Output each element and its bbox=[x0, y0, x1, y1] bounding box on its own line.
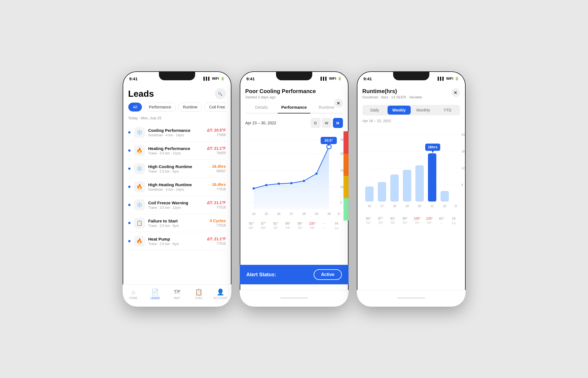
nav-label: JOBS bbox=[195, 297, 202, 300]
nav-item-map[interactable]: 🗺 MAP bbox=[166, 289, 188, 300]
lead-value: ΔT: 21.1°F 77018 bbox=[207, 200, 226, 209]
lead-name: High Heating Runtime bbox=[148, 182, 209, 187]
lead-sub: Goodman · 4 ton · 14yrs bbox=[148, 133, 204, 137]
lead-name: High Cooling Runtime bbox=[148, 164, 209, 169]
date-label: Today · Mon, July 25 bbox=[128, 116, 226, 120]
phone-performance: 9:41 ▌▌▌ WiFi 🔋 Poor Cooling Performance… bbox=[240, 71, 349, 307]
lead-icon: ❄️ bbox=[134, 199, 145, 210]
search-button[interactable]: 🔍 bbox=[215, 88, 226, 99]
close-button-3[interactable]: ✕ bbox=[451, 88, 460, 97]
svg-text:15: 15 bbox=[340, 169, 343, 172]
bottom-nav-3 bbox=[357, 290, 466, 307]
signal-icon-2: ▌▌▌ bbox=[321, 77, 328, 81]
bottom-nav: ⌂ HOME 📄 LEADS 🗺 MAP 📋 JOBS 👤 ACCOUNT bbox=[123, 284, 231, 307]
lead-icon: ❄️ bbox=[134, 127, 145, 138]
phone3-content: Runtime(hrs) Goodman · 8yrs · 14 SEER · … bbox=[357, 84, 466, 307]
time-tab-weekly[interactable]: Weekly bbox=[388, 106, 411, 115]
wifi-icon-3: WiFi bbox=[446, 77, 453, 81]
svg-text:19: 19 bbox=[405, 204, 408, 208]
lead-value: ΔT: 20.5°F 77809 bbox=[207, 128, 226, 137]
filter-tab-performance[interactable]: Performance bbox=[144, 103, 176, 112]
view-btn-m[interactable]: M bbox=[333, 118, 343, 128]
nav-item-home[interactable]: ⌂ HOME bbox=[123, 289, 144, 300]
nav-item-account[interactable]: 👤 ACCOUNT bbox=[210, 289, 231, 300]
lead-item[interactable]: ❄️ Cooling Performance Goodman · 4 ton ·… bbox=[128, 123, 226, 142]
lead-info: Heat Pump Trane · 2.5 ton · 6yrs bbox=[148, 237, 204, 246]
lead-item[interactable]: ❄️ High Cooling Runtime Trane · 2.5 ton … bbox=[128, 160, 226, 178]
view-buttons: D W M bbox=[311, 118, 343, 128]
nav-label: HOME bbox=[129, 297, 138, 300]
lead-dot bbox=[128, 131, 130, 134]
svg-text:27: 27 bbox=[289, 212, 293, 215]
nav-icon: 👤 bbox=[217, 289, 224, 296]
lead-dot bbox=[128, 240, 130, 242]
severity-green bbox=[343, 198, 349, 220]
nav-icon: 📄 bbox=[151, 289, 159, 296]
lead-item[interactable]: 📋 Failure to Start Trane · 2.5 ton · 6yr… bbox=[128, 214, 226, 232]
view-btn-d[interactable]: D bbox=[311, 118, 321, 128]
svg-text:5: 5 bbox=[340, 201, 342, 204]
alert-status-button[interactable]: Active bbox=[314, 269, 342, 280]
line-chart-svg: 24 20 15 10 5 bbox=[240, 131, 349, 220]
lead-value: ΔT: 21.1°F 76859 bbox=[207, 146, 226, 155]
svg-point-11 bbox=[253, 187, 255, 190]
close-button[interactable]: ✕ bbox=[334, 99, 343, 108]
bar-22 bbox=[441, 191, 449, 202]
signal-icon-3: ▌▌▌ bbox=[438, 77, 445, 81]
lead-item[interactable]: ❄️ Coil Freeze Warning Trane · 3.5 ton ·… bbox=[128, 196, 226, 214]
lead-value: 0 Cycles 77019 bbox=[210, 219, 226, 227]
bar-19 bbox=[403, 170, 411, 202]
svg-text:20: 20 bbox=[418, 204, 421, 208]
filter-tab-coilfreeze[interactable]: Coil Free bbox=[204, 103, 226, 112]
lead-name: Heat Pump bbox=[148, 237, 204, 241]
search-icon: 🔍 bbox=[218, 92, 222, 96]
runtime-title: Runtime(hrs) bbox=[362, 88, 422, 94]
svg-text:6: 6 bbox=[461, 183, 463, 186]
svg-text:30: 30 bbox=[327, 212, 330, 215]
svg-point-15 bbox=[303, 180, 305, 182]
lead-info: Failure to Start Trane · 2.5 ton · 6yrs bbox=[148, 219, 207, 228]
tab-details[interactable]: Details bbox=[245, 101, 278, 113]
alert-status-label: Alert Status: bbox=[246, 272, 276, 278]
lead-icon: ❄️ bbox=[134, 163, 145, 174]
time-tab-monthly[interactable]: Monthly bbox=[412, 106, 435, 115]
filter-tab-all[interactable]: All bbox=[128, 103, 142, 112]
lead-item[interactable]: 🔥 High Heating Runtime Goodman · 4 ton ·… bbox=[128, 178, 226, 196]
view-btn-w[interactable]: W bbox=[322, 118, 332, 128]
nav-item-leads[interactable]: 📄 LEADS bbox=[144, 289, 166, 300]
lead-metric: ΔT: 21.1°F bbox=[207, 237, 226, 241]
svg-point-16 bbox=[315, 173, 318, 175]
runtime-weather-hi: 90° 87° 92° 96° 100° 100° 82° Hi bbox=[362, 215, 460, 221]
lead-info: Heating Performance Trane · 3.5 ton · 12… bbox=[148, 146, 204, 155]
svg-text:29: 29 bbox=[314, 212, 318, 215]
svg-point-14 bbox=[290, 182, 292, 184]
nav-item-jobs[interactable]: 📋 JOBS bbox=[188, 289, 210, 300]
lead-info: High Cooling Runtime Trane · 2.5 ton · 6… bbox=[148, 164, 209, 173]
lead-icon: 🔥 bbox=[134, 181, 145, 192]
svg-text:22: 22 bbox=[443, 204, 446, 208]
lead-value: ΔT: 21.1°F 77019 bbox=[207, 237, 226, 246]
svg-text:16: 16 bbox=[367, 204, 371, 208]
lead-dot bbox=[128, 186, 130, 188]
lead-metric: 16.4hrs bbox=[212, 182, 226, 187]
status-time-1: 9:41 bbox=[129, 76, 138, 81]
signal-icon-1: ▌▌▌ bbox=[204, 77, 211, 81]
weather-lo-row: 65° 63° 70° 74° 76° 78° -- Lo bbox=[245, 226, 343, 232]
svg-text:10: 10 bbox=[340, 185, 343, 189]
alert-title: Poor Cooling Performance bbox=[245, 88, 343, 94]
lead-icon: 🔥 bbox=[134, 236, 145, 247]
time-tab-ytd[interactable]: YTD bbox=[436, 106, 459, 115]
lead-sub: Trane · 3.5 ton · 12yrs bbox=[148, 151, 204, 155]
filter-tab-runtime[interactable]: Runtime bbox=[178, 103, 202, 112]
svg-marker-39 bbox=[432, 151, 434, 153]
runtime-header: Runtime(hrs) Goodman · 8yrs · 14 SEER · … bbox=[362, 84, 460, 101]
lead-value: 16.4hrs 99067 bbox=[212, 164, 226, 173]
tab-performance[interactable]: Performance bbox=[278, 101, 310, 113]
battery-icon-2: 🔋 bbox=[338, 77, 342, 81]
time-tab-daily[interactable]: Daily bbox=[363, 106, 386, 115]
phone-runtime: 9:41 ▌▌▌ WiFi 🔋 Runtime(hrs) Goodman · 8… bbox=[357, 71, 466, 307]
lead-item[interactable]: 🔥 Heating Performance Trane · 3.5 ton · … bbox=[128, 142, 226, 160]
lead-item[interactable]: 🔥 Heat Pump Trane · 2.5 ton · 6yrs ΔT: 2… bbox=[128, 232, 226, 250]
nav-icon: ⌂ bbox=[132, 289, 135, 296]
svg-text:20: 20 bbox=[340, 152, 343, 155]
